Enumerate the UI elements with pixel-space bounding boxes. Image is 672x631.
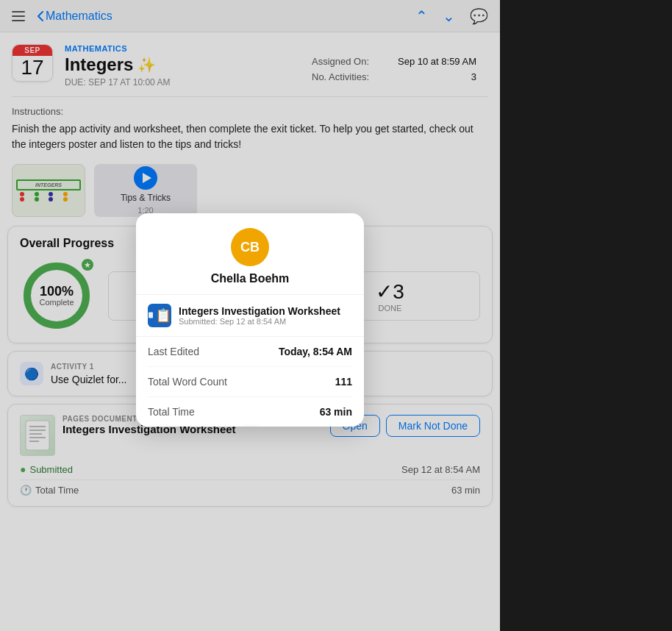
popup-overlay[interactable]: CB Chella Boehm 📋 Integers Investigation… [0, 0, 500, 631]
student-popup: CB Chella Boehm 📋 Integers Investigation… [136, 213, 364, 427]
popup-total-time-value: 63 min [320, 406, 352, 418]
last-edited-label: Last Edited [148, 346, 199, 357]
popup-stat-word-count: Total Word Count 111 [148, 367, 352, 397]
popup-file-name: Integers Investigation Worksheet [179, 305, 340, 317]
svg-rect-8 [149, 313, 153, 318]
popup-file-item[interactable]: 📋 Integers Investigation Worksheet Submi… [136, 295, 364, 337]
popup-stat-last-edited: Last Edited Today, 8:54 AM [148, 337, 352, 367]
word-count-value: 111 [335, 376, 352, 388]
popup-file-submitted: Submitted: Sep 12 at 8:54 AM [179, 317, 340, 326]
popup-total-time-label: Total Time [148, 406, 195, 418]
popup-header: CB Chella Boehm [136, 213, 364, 295]
word-count-label: Total Word Count [148, 376, 227, 388]
popup-user-name: Chella Boehm [148, 272, 352, 285]
last-edited-value: Today, 8:54 AM [279, 346, 352, 357]
popup-file-info: Integers Investigation Worksheet Submitt… [179, 305, 340, 326]
popup-stats: Last Edited Today, 8:54 AM Total Word Co… [136, 337, 364, 427]
file-icon: 📋 [148, 304, 171, 327]
dark-side-panel [500, 0, 672, 631]
avatar: CB [231, 228, 269, 266]
popup-stat-total-time: Total Time 63 min [148, 397, 352, 427]
